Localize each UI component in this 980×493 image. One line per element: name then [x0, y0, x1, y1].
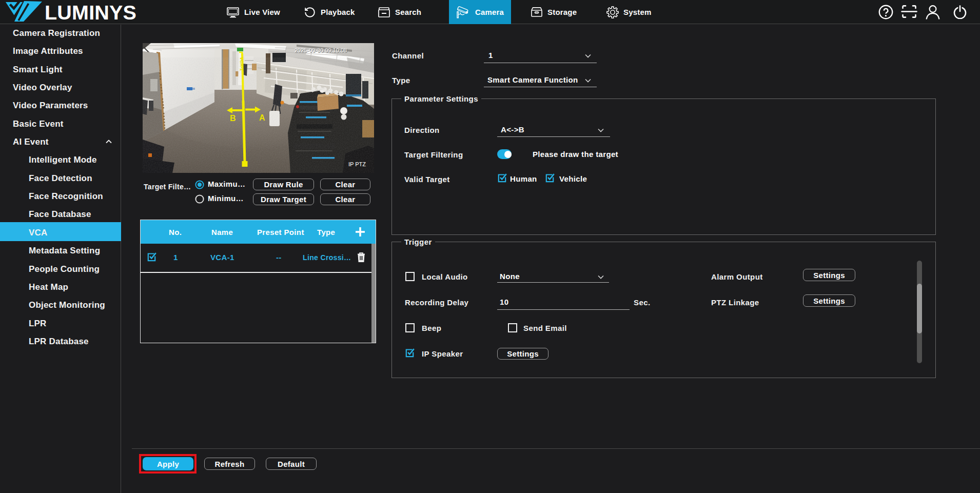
svg-text:2025-09-30 09:10:08: 2025-09-30 09:10:08 [295, 47, 347, 53]
svg-text:B: B [230, 114, 236, 123]
svg-text:A: A [259, 113, 265, 122]
svg-text:VCA-1: VCA-1 [239, 57, 244, 71]
svg-text:IP PTZ: IP PTZ [348, 161, 366, 167]
